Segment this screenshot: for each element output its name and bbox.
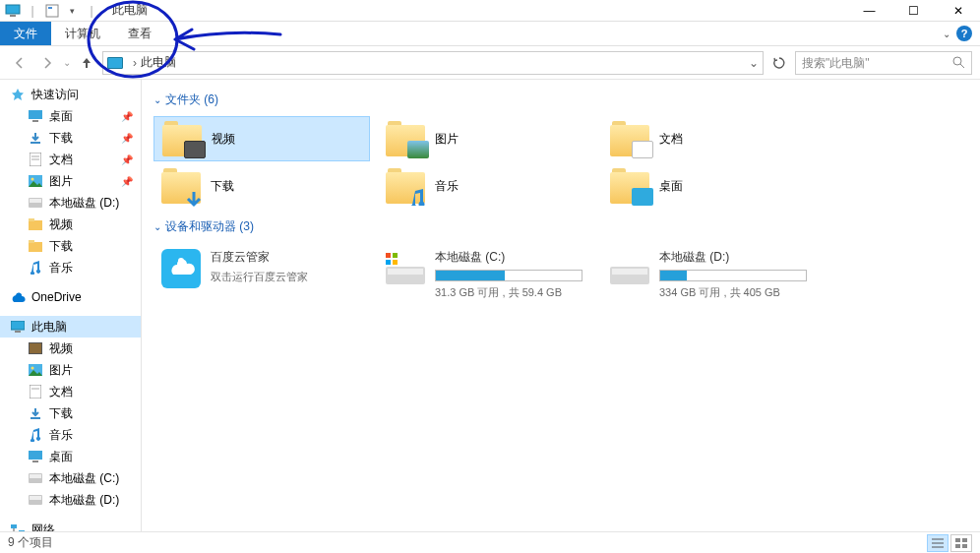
- address-bar[interactable]: › 此电脑 ⌄: [102, 51, 764, 75]
- svg-rect-20: [11, 321, 25, 330]
- sidebar-item-downloads[interactable]: 下载 📌: [0, 127, 141, 149]
- sidebar-item-video[interactable]: 视频: [0, 214, 141, 235]
- folder-item-pictures[interactable]: 图片: [378, 116, 594, 161]
- caret-down-icon: ⌄: [153, 94, 161, 105]
- history-dropdown-icon[interactable]: ⌄: [63, 57, 71, 68]
- qat-dropdown-icon[interactable]: ▾: [63, 2, 81, 20]
- quick-access-toolbar: | ▾ |: [0, 2, 104, 20]
- folders-grid: 视频 图片 文档 下载 音乐: [146, 112, 976, 215]
- sidebar-item-pc-music[interactable]: 音乐: [0, 424, 141, 446]
- ribbon: 文件 计算机 查看 ⌄ ?: [0, 22, 980, 46]
- folder-icon: [610, 168, 649, 204]
- capacity-bar: [435, 270, 582, 281]
- sidebar-item-local-d[interactable]: 本地磁盘 (D:): [0, 192, 141, 214]
- svg-rect-28: [31, 417, 40, 419]
- view-details-button[interactable]: [927, 534, 949, 552]
- properties-icon[interactable]: [43, 2, 61, 20]
- search-icon[interactable]: [952, 56, 965, 69]
- breadcrumb[interactable]: 此电脑: [141, 54, 176, 71]
- sidebar-item-label: OneDrive: [31, 290, 82, 304]
- sidebar-item-pc-local-c[interactable]: 本地磁盘 (C:): [0, 467, 141, 489]
- tab-computer[interactable]: 计算机: [51, 22, 114, 45]
- svg-rect-18: [29, 242, 42, 252]
- folder-item-video[interactable]: 视频: [153, 116, 370, 161]
- sidebar-item-downloads2[interactable]: 下载: [0, 235, 141, 257]
- sidebar-item-pc-downloads[interactable]: 下载: [0, 402, 141, 424]
- group-header-folders[interactable]: ⌄ 文件夹 (6): [146, 88, 976, 112]
- search-box[interactable]: [795, 51, 972, 75]
- sidebar-item-documents[interactable]: 文档 📌: [0, 149, 141, 170]
- sidebar-item-label: 文档: [49, 152, 73, 168]
- sidebar-item-music[interactable]: 音乐: [0, 257, 141, 278]
- sidebar-item-desktop[interactable]: 桌面 📌: [0, 105, 141, 127]
- sidebar-item-label: 此电脑: [31, 319, 67, 336]
- svg-rect-1: [10, 15, 16, 17]
- address-pc-icon: [107, 57, 123, 69]
- svg-rect-53: [955, 544, 960, 548]
- group-header-devices[interactable]: ⌄ 设备和驱动器 (3): [146, 215, 976, 239]
- pictures-icon: [28, 362, 43, 378]
- svg-rect-35: [11, 524, 17, 528]
- star-icon: [10, 87, 26, 102]
- back-button[interactable]: [8, 51, 31, 75]
- sidebar-item-label: 桌面: [49, 449, 73, 465]
- drive-icon: [28, 195, 43, 211]
- folder-item-desktop[interactable]: 桌面: [602, 163, 819, 209]
- sidebar-item-onedrive[interactable]: OneDrive: [0, 286, 141, 308]
- close-button[interactable]: ✕: [936, 0, 980, 22]
- folder-item-documents[interactable]: 文档: [602, 116, 819, 161]
- sidebar-item-pc-video[interactable]: 视频: [0, 338, 141, 359]
- svg-rect-15: [30, 199, 41, 203]
- svg-rect-43: [393, 253, 398, 258]
- device-item-drive-d[interactable]: 本地磁盘 (D:) 334 GB 可用 , 共 405 GB: [602, 243, 819, 306]
- group-header-label: 设备和驱动器 (3): [165, 218, 254, 235]
- device-name: 百度云管家: [211, 249, 362, 266]
- devices-grid: 百度云管家 双击运行百度云管家 本地磁盘 (C:) 31.3 GB 可用 , 共…: [146, 239, 976, 312]
- sidebar-item-label: 音乐: [49, 427, 73, 444]
- maximize-button[interactable]: ☐: [891, 0, 936, 22]
- sidebar-item-label: 快速访问: [31, 87, 79, 103]
- sidebar-item-pc-pictures[interactable]: 图片: [0, 359, 141, 381]
- tab-view[interactable]: 查看: [114, 22, 165, 45]
- folder-icon: [28, 216, 43, 232]
- view-large-icons-button[interactable]: [950, 534, 972, 552]
- device-item-baidu[interactable]: 百度云管家 双击运行百度云管家: [153, 243, 370, 306]
- titlebar: | ▾ | 此电脑 — ☐ ✕: [0, 0, 980, 22]
- svg-point-4: [953, 57, 961, 65]
- svg-point-25: [31, 367, 34, 370]
- device-item-drive-c[interactable]: 本地磁盘 (C:) 31.3 GB 可用 , 共 59.4 GB: [378, 243, 594, 306]
- sidebar-item-pc-documents[interactable]: 文档: [0, 381, 141, 402]
- sidebar-item-pictures[interactable]: 图片 📌: [0, 170, 141, 192]
- onedrive-icon: [10, 289, 26, 305]
- svg-rect-42: [386, 253, 391, 258]
- search-input[interactable]: [802, 56, 940, 70]
- folder-label: 视频: [212, 131, 235, 148]
- tab-file[interactable]: 文件: [0, 22, 51, 45]
- sidebar-item-label: 下载: [49, 405, 73, 422]
- svg-rect-17: [29, 218, 34, 221]
- ribbon-expand-icon[interactable]: ⌄: [943, 29, 950, 39]
- sidebar-item-network[interactable]: 网络: [0, 519, 141, 531]
- svg-rect-30: [32, 461, 38, 462]
- music-icon: [28, 260, 43, 276]
- qat-separator: |: [24, 2, 41, 20]
- sidebar-item-this-pc[interactable]: 此电脑: [0, 316, 141, 338]
- folder-label: 文档: [659, 131, 683, 148]
- up-button[interactable]: [75, 51, 98, 75]
- address-dropdown-icon[interactable]: ⌄: [749, 56, 759, 70]
- pin-icon: 📌: [121, 154, 133, 165]
- folder-item-music[interactable]: 音乐: [378, 163, 594, 209]
- forward-button[interactable]: [35, 51, 59, 75]
- refresh-button[interactable]: [767, 51, 791, 75]
- status-item-count: 9 个项目: [8, 534, 53, 551]
- folder-item-downloads[interactable]: 下载: [153, 163, 370, 209]
- svg-rect-44: [386, 260, 391, 265]
- sidebar-item-pc-local-d[interactable]: 本地磁盘 (D:): [0, 489, 141, 511]
- sidebar-item-pc-desktop[interactable]: 桌面: [0, 446, 141, 467]
- pictures-icon: [28, 173, 43, 189]
- minimize-button[interactable]: —: [847, 0, 891, 22]
- sidebar-item-quick-access[interactable]: 快速访问: [0, 84, 141, 105]
- svg-rect-16: [29, 220, 42, 230]
- device-sub: 双击运行百度云管家: [211, 270, 362, 284]
- help-icon[interactable]: ?: [956, 26, 972, 41]
